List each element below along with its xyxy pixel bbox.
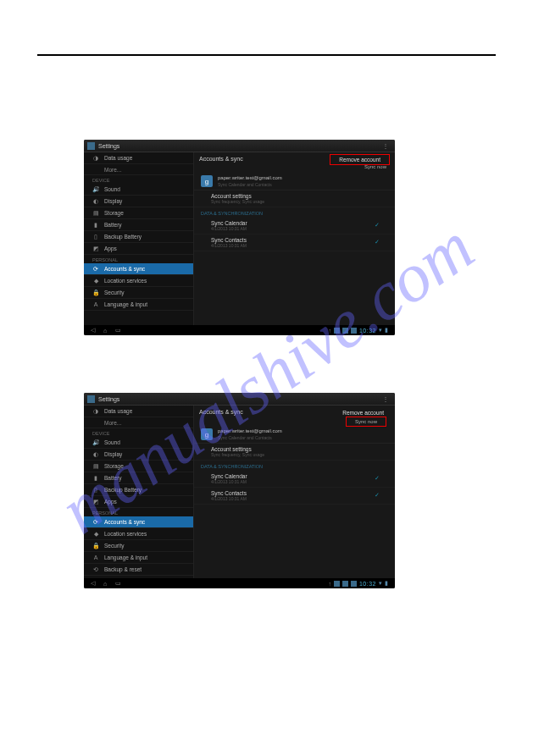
setting-row-account-settings[interactable]: Account settingsSync frequency, Sync usa… — [194, 444, 395, 461]
sidebar-item-icon: ▯ — [92, 234, 99, 240]
sidebar-item-icon: ⟲ — [92, 566, 99, 573]
sidebar-item-icon: ◐ — [92, 198, 99, 205]
setting-row-sync-contacts[interactable]: Sync Contacts4/1/2013 10:31 AM✓ — [194, 488, 395, 505]
sidebar-item-sound[interactable]: 🔊Sound — [84, 437, 193, 449]
sidebar-item-label: Storage — [104, 463, 124, 469]
checkmark-icon[interactable]: ✓ — [375, 475, 380, 482]
sidebar-item-icon: ⟳ — [92, 266, 99, 273]
sidebar-item-backup-reset[interactable]: ⟲Backup & reset — [84, 564, 193, 576]
sidebar-item-security[interactable]: 🔒Security — [84, 287, 193, 299]
sidebar-item-apps[interactable]: ◩Apps — [84, 243, 193, 255]
page-horizontal-rule — [37, 54, 496, 56]
recent-icon[interactable]: ▭ — [115, 580, 121, 587]
sidebar-item-more-[interactable]: More... — [84, 417, 193, 428]
account-email: paper.writer.test@gmail.com — [218, 175, 282, 181]
sidebar-item-language-input[interactable]: ALanguage & input — [84, 299, 193, 311]
title-bar: Settings ⋮ — [84, 140, 395, 152]
account-row[interactable]: g paper.writer.test@gmail.com Sync Calen… — [194, 173, 395, 190]
overflow-menu-icon[interactable]: ⋮ — [380, 142, 391, 150]
sidebar-item-storage[interactable]: ▤Storage — [84, 461, 193, 472]
breadcrumb: Accounts & sync — [199, 409, 245, 415]
sidebar-item-location-services[interactable]: ◆Location services — [84, 528, 193, 540]
sidebar-item-data-usage[interactable]: ◑Data usage — [84, 152, 193, 164]
sidebar-item-icon: A — [92, 555, 99, 561]
sidebar-item-display[interactable]: ◐Display — [84, 449, 193, 461]
sidebar-item-label: Data usage — [104, 408, 132, 414]
setting-label: Account settings — [211, 193, 378, 199]
sidebar-item-icon: A — [92, 301, 99, 308]
setting-row-sync-calendar[interactable]: Sync Calendar4/1/2013 10:31 AM✓ — [194, 218, 395, 235]
up-icon: ↑ — [328, 328, 331, 334]
sidebar-item-icon: 🔊 — [92, 186, 99, 193]
sidebar-item-battery[interactable]: ▮Battery — [84, 472, 193, 484]
status-icon — [351, 581, 357, 587]
sidebar-item-label: Location services — [104, 278, 147, 284]
checkmark-icon[interactable]: ✓ — [375, 239, 380, 246]
setting-subtitle: 4/1/2013 10:31 AM — [211, 479, 378, 484]
sidebar-item-more-[interactable]: More... — [84, 164, 193, 175]
sidebar-item-label: Backup Battery — [104, 234, 142, 240]
sidebar-item-label: Security — [104, 290, 124, 295]
sidebar-item-label: Security — [104, 543, 124, 549]
setting-row-sync-calendar[interactable]: Sync Calendar4/1/2013 10:31 AM✓ — [194, 471, 395, 488]
sync-now-button[interactable]: Sync now — [364, 164, 386, 169]
sidebar-item-data-usage[interactable]: ◑Data usage — [84, 406, 193, 417]
settings-sidebar: ◑Data usageMore...DEVICE🔊Sound◐Display▤S… — [84, 152, 194, 325]
account-email: paper.writer.test@gmail.com — [218, 428, 282, 434]
setting-label: Sync Contacts — [211, 237, 378, 243]
app-title: Settings — [98, 143, 119, 149]
sidebar-item-icon: ⟳ — [92, 519, 99, 526]
setting-subtitle: 4/1/2013 10:31 AM — [211, 496, 378, 501]
sidebar-item-language-input[interactable]: ALanguage & input — [84, 552, 193, 564]
sidebar-item-icon: ◆ — [92, 531, 99, 538]
system-navbar: ◁ ⌂ ▭ ↑ 10:32 ▾ ▮ — [84, 578, 395, 588]
recent-icon[interactable]: ▭ — [115, 327, 121, 334]
wifi-icon: ▾ — [379, 580, 382, 587]
home-icon[interactable]: ⌂ — [103, 581, 107, 587]
setting-row-account-settings[interactable]: Account settingsSync frequency, Sync usa… — [194, 190, 395, 207]
sidebar-item-apps[interactable]: ◩Apps — [84, 496, 193, 508]
sidebar-item-label: Data usage — [104, 155, 132, 161]
sidebar-item-label: Apps — [104, 499, 117, 505]
status-icon — [334, 328, 340, 334]
settings-app-icon — [87, 142, 95, 150]
account-subtitle: Sync Calendar and Contacts — [218, 182, 282, 187]
sidebar-section-header: PERSONAL — [84, 508, 193, 516]
sidebar-item-icon: ◑ — [92, 155, 99, 162]
setting-row-sync-contacts[interactable]: Sync Contacts4/1/2013 10:31 AM✓ — [194, 235, 395, 251]
sidebar-item-storage[interactable]: ▤Storage — [84, 207, 193, 219]
status-icon — [351, 328, 357, 334]
sidebar-item-location-services[interactable]: ◆Location services — [84, 275, 193, 287]
sidebar-item-icon: 🔒 — [92, 543, 99, 549]
overflow-menu-icon[interactable]: ⋮ — [380, 395, 391, 403]
checkmark-icon[interactable]: ✓ — [375, 492, 380, 499]
status-icon — [342, 581, 348, 587]
setting-label: Sync Calendar — [211, 473, 378, 479]
sidebar-item-icon: 🔒 — [92, 290, 99, 296]
sync-now-button[interactable]: Sync now — [346, 417, 386, 427]
sidebar-item-label: Apps — [104, 246, 117, 251]
tablet-screenshot-1: Settings ⋮ ◑Data usageMore...DEVICE🔊Soun… — [84, 140, 395, 335]
settings-sidebar: ◑Data usageMore...DEVICE🔊Sound◐Display▤S… — [84, 406, 194, 578]
back-icon[interactable]: ◁ — [91, 327, 95, 334]
sidebar-item-backup-battery[interactable]: ▯Backup Battery — [84, 231, 193, 243]
checkmark-icon[interactable]: ✓ — [375, 222, 380, 229]
sidebar-item-sound[interactable]: 🔊Sound — [84, 184, 193, 196]
setting-subtitle: Sync frequency, Sync usage — [211, 452, 378, 457]
sidebar-item-display[interactable]: ◐Display — [84, 196, 193, 207]
sidebar-item-icon: ◐ — [92, 451, 99, 458]
sidebar-item-label: Language & input — [104, 301, 147, 307]
sidebar-item-accounts-sync[interactable]: ⟳Accounts & sync — [84, 263, 193, 275]
sidebar-item-security[interactable]: 🔒Security — [84, 540, 193, 552]
system-navbar: ◁ ⌂ ▭ ↑ 10:32 ▾ ▮ — [84, 325, 395, 335]
clock-text: 10:32 — [359, 581, 376, 587]
sidebar-item-backup-battery[interactable]: ▯Backup Battery — [84, 484, 193, 496]
sidebar-item-battery[interactable]: ▮Battery — [84, 219, 193, 231]
home-icon[interactable]: ⌂ — [103, 328, 107, 334]
settings-content: Accounts & sync Remove account Sync now … — [194, 406, 395, 578]
back-icon[interactable]: ◁ — [91, 580, 95, 587]
sidebar-item-accounts-sync[interactable]: ⟳Accounts & sync — [84, 516, 193, 528]
settings-app-icon — [87, 395, 95, 403]
account-subtitle: Sync Calendar and Contacts — [218, 435, 282, 440]
account-row[interactable]: g paper.writer.test@gmail.com Sync Calen… — [194, 426, 395, 444]
